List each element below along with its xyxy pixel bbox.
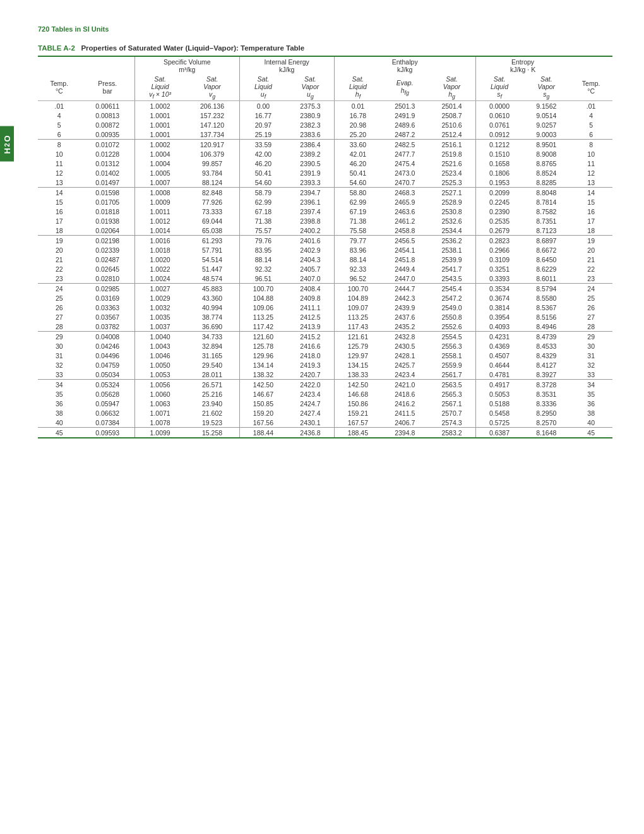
table-cell: 2428.1 [381,351,428,360]
col-evap-h: Evap.hfg [381,74,428,101]
table-cell: 29 [569,332,612,342]
table-cell: 8 [569,140,612,150]
table-cell: 8.7814 [523,197,569,207]
table-cell: 2583.2 [428,428,475,438]
table-cell: 167.56 [239,418,287,428]
table-cell: 2408.4 [287,284,334,294]
table-cell: 0.07384 [81,418,135,428]
table-cell: 2405.7 [287,264,334,274]
table-cell: 45 [38,428,81,438]
table-row: 400.073841.007819.523167.562430.1167.572… [38,418,612,428]
table-cell: 22 [38,264,81,274]
table-row: 360.059471.006323.940150.852424.7150.862… [38,399,612,408]
table-cell: 30 [38,341,81,351]
table-cell: 17 [38,216,81,226]
table-cell: 109.06 [239,303,287,312]
table-cell: 188.45 [334,428,381,438]
table-cell: 0.3814 [475,303,523,312]
table-cell: 2439.9 [381,303,428,312]
table-cell: 0.2823 [475,236,523,246]
table-cell: 22 [569,264,612,274]
table-cell: 45.883 [185,284,239,294]
table-cell: 20 [38,245,81,255]
table-cell: 2416.2 [381,399,428,408]
table-cell: 2394.7 [287,188,334,198]
table-cell: 0.04008 [81,332,135,342]
table-cell: 33.60 [334,140,381,150]
table-cell: 88.124 [185,178,239,188]
table-cell: 2411.5 [381,408,428,418]
table-cell: 142.50 [334,380,381,390]
table-cell: 2512.4 [428,130,475,140]
table-cell: 62.99 [239,197,287,207]
table-cell: 8.5580 [523,293,569,303]
table-cell: 69.044 [185,216,239,226]
table-cell: 0.06632 [81,408,135,418]
table-cell: 82.848 [185,188,239,198]
table-cell: 8.4533 [523,341,569,351]
table-cell: 32 [569,360,612,370]
table-cell: 20.97 [239,120,287,130]
table-cell: 2456.5 [381,236,428,246]
table-cell: 0.5725 [475,418,523,428]
table-cell: 2415.2 [287,332,334,342]
table-row: 200.023391.001857.79183.952402.983.96245… [38,245,612,255]
table-cell: 0.00611 [81,101,135,111]
table-cell: 117.43 [334,322,381,332]
table-cell: 73.333 [185,207,239,216]
table-cell: 0.01072 [81,140,135,150]
table-cell: 2465.9 [381,197,428,207]
table-cell: 2409.8 [287,293,334,303]
table-cell: 0.4369 [475,341,523,351]
table-cell: 2541.7 [428,264,475,274]
table-cell: 19 [38,236,81,246]
table-cell: 1.0014 [134,226,185,236]
table-cell: 2454.1 [381,245,428,255]
table-cell: 121.60 [239,332,287,342]
table-cell: 0.5188 [475,399,523,408]
col-sat-vapor-v: Sat.Vaporvg [185,74,239,101]
table-cell: 5 [38,120,81,130]
table-cell: 9.1562 [523,101,569,111]
table-cell: 4 [569,111,612,120]
table-cell: 1.0001 [134,130,185,140]
table-cell: 188.44 [239,428,287,438]
table-cell: 1.0056 [134,380,185,390]
table-cell: 147.120 [185,120,239,130]
table-cell: 137.734 [185,130,239,140]
table-cell: .01 [38,101,81,111]
table-cell: 25 [569,293,612,303]
table-cell: 9.0003 [523,130,569,140]
page-header: 720 Tables in SI Units [38,25,612,33]
table-cell: 2394.8 [381,428,428,438]
table-cell: 26 [569,303,612,312]
table-cell: 20.98 [334,120,381,130]
table-cell: 0.01705 [81,197,135,207]
table-cell: 2558.1 [428,351,475,360]
table-cell: 0.03782 [81,322,135,332]
table-cell: 16 [38,207,81,216]
table-cell: 1.0043 [134,341,185,351]
table-cell: 0.05628 [81,389,135,399]
table-cell: 77.926 [185,197,239,207]
table-cell: 2451.8 [381,255,428,264]
table-cell: 8.9501 [523,140,569,150]
table-row: 210.024871.002054.51488.142404.388.14245… [38,255,612,264]
table-cell: 8.4946 [523,322,569,332]
table-description: Properties of Saturated Water (Liquid–Va… [81,44,304,52]
table-cell: 8.7351 [523,216,569,226]
table-cell: 2482.5 [381,140,428,150]
table-cell: 6 [569,130,612,140]
table-cell: 0.01818 [81,207,135,216]
table-cell: 19 [569,236,612,246]
table-cell: 13 [569,178,612,188]
table-cell: 2550.8 [428,312,475,322]
table-cell: 0.5458 [475,408,523,418]
table-cell: 2437.6 [381,312,428,322]
table-cell: 129.97 [334,351,381,360]
table-cell: 31 [569,351,612,360]
table-cell: 2489.6 [381,120,428,130]
table-cell: 206.136 [185,101,239,111]
table-cell: 28.011 [185,370,239,380]
table-cell: 1.0046 [134,351,185,360]
